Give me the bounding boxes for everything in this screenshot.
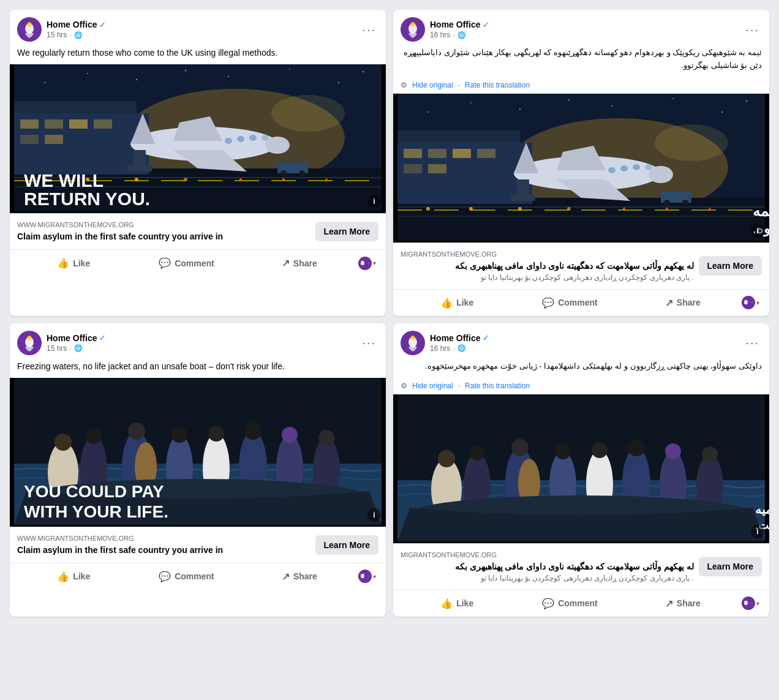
- svg-rect-63: [428, 149, 446, 158]
- like-button[interactable]: 👍 Like: [17, 252, 130, 274]
- svg-point-33: [239, 178, 242, 181]
- svg-point-143: [665, 443, 681, 459]
- svg-point-55: [655, 124, 728, 161]
- chevron-down-icon[interactable]: ▾: [756, 600, 759, 607]
- learn-more-button[interactable]: Learn More: [315, 535, 378, 555]
- author-row: Home Office ✓: [47, 20, 359, 29]
- svg-point-74: [620, 165, 628, 171]
- hide-original-link[interactable]: Hide original: [412, 382, 453, 390]
- post-header: Home Office ✓15 hrs · 🌐···: [10, 10, 386, 47]
- post-meta: Home Office ✓15 hrs · 🌐: [47, 20, 359, 39]
- gear-icon[interactable]: ⚙: [401, 81, 407, 89]
- post-meta: Home Office ✓15 hrs · 🌐: [47, 333, 359, 353]
- rate-translation-link[interactable]: Rate this translation: [465, 81, 530, 89]
- comment-button[interactable]: 💬 Comment: [513, 593, 626, 614]
- like-icon: 👍: [440, 297, 453, 309]
- info-badge[interactable]: i: [751, 224, 764, 238]
- share-button[interactable]: ↗ Share: [243, 566, 356, 587]
- comment-button[interactable]: 💬 Comment: [130, 252, 243, 274]
- share-button[interactable]: ↗ Share: [627, 593, 739, 614]
- svg-rect-67: [428, 164, 446, 173]
- post-author[interactable]: Home Office: [430, 333, 480, 343]
- svg-point-141: [628, 439, 645, 456]
- reaction-wrapper: ▾: [739, 593, 762, 614]
- reaction-avatar[interactable]: [742, 296, 755, 309]
- post-header: Home Office ✓15 hrs · 🌐···: [10, 323, 386, 360]
- svg-point-109: [128, 423, 145, 440]
- post-author[interactable]: Home Office: [430, 20, 480, 29]
- info-badge[interactable]: i: [751, 525, 764, 538]
- svg-point-39: [44, 82, 45, 83]
- svg-point-94: [672, 98, 674, 99]
- learn-more-button[interactable]: Learn More: [315, 222, 378, 241]
- info-badge[interactable]: i: [367, 195, 381, 208]
- svg-point-23: [225, 138, 232, 144]
- post-options-button[interactable]: ···: [743, 20, 762, 39]
- post-image: تۆ بوێ هه‌میه ژیانی خۆتی تێدا داینێیت. i: [393, 394, 769, 543]
- svg-point-118: [282, 427, 298, 443]
- chevron-down-icon[interactable]: ▾: [373, 260, 376, 266]
- post-author[interactable]: Home Office: [47, 333, 97, 343]
- link-preview: WWW.MIGRANTSONTHEMOVE.ORGClaim asylum in…: [10, 213, 386, 249]
- reaction-avatar[interactable]: [358, 570, 372, 583]
- verified-icon: ✓: [99, 333, 106, 342]
- share-label: Share: [293, 571, 317, 581]
- link-title: له یهکهم وڵاتی سهلامهت که دهگهیته ناوی د…: [401, 561, 694, 572]
- avatar: [401, 17, 425, 42]
- svg-point-25: [249, 135, 257, 141]
- svg-rect-15: [94, 119, 112, 129]
- post-author[interactable]: Home Office: [47, 20, 97, 29]
- like-icon: 👍: [57, 257, 69, 269]
- comment-icon: 💬: [159, 257, 171, 269]
- gear-icon[interactable]: ⚙: [401, 382, 407, 390]
- like-button[interactable]: 👍 Like: [17, 566, 130, 587]
- svg-text:WE WILL: WE WILL: [24, 170, 103, 190]
- reaction-avatar[interactable]: [742, 597, 755, 610]
- like-button[interactable]: 👍 Like: [401, 292, 513, 314]
- chevron-down-icon[interactable]: ▾: [756, 299, 759, 306]
- hide-original-link[interactable]: Hide original: [412, 81, 453, 89]
- learn-more-button[interactable]: Learn More: [699, 557, 762, 576]
- like-label: Like: [456, 598, 473, 608]
- post-options-button[interactable]: ···: [743, 333, 762, 352]
- svg-point-132: [469, 445, 485, 461]
- globe-icon: 🌐: [74, 31, 83, 39]
- comment-button[interactable]: 💬 Comment: [513, 292, 626, 314]
- share-button[interactable]: ↗ Share: [627, 292, 739, 314]
- post-image: YOU COULD PAY WITH YOUR LIFE. i: [10, 378, 386, 527]
- svg-point-116: [244, 423, 262, 440]
- svg-point-130: [438, 450, 455, 467]
- chevron-down-icon[interactable]: ▾: [373, 573, 376, 580]
- svg-rect-17: [45, 135, 63, 144]
- info-badge[interactable]: i: [367, 508, 381, 522]
- comment-button[interactable]: 💬 Comment: [130, 566, 243, 587]
- post-meta: Home Office ✓16 hrs · 🌐: [430, 333, 743, 353]
- post-actions: 👍 Like💬 Comment↗ Share▾: [10, 249, 386, 276]
- reaction-wrapper: ▾: [739, 292, 762, 314]
- post-text: Freezing waters, no life jacket and an u…: [10, 360, 386, 378]
- post-options-button[interactable]: ···: [359, 333, 378, 352]
- post-card: Home Office ✓16 hrs · 🌐···داوێکی سهوڵاو،…: [393, 323, 769, 617]
- svg-text:WITH YOUR LIFE.: WITH YOUR LIFE.: [24, 502, 168, 521]
- post-actions: 👍 Like💬 Comment↗ Share▾: [10, 563, 386, 590]
- link-preview: MIGRANTSONTHEMOVE.ORGله یهکهم وڵاتی سهلا…: [393, 243, 769, 289]
- svg-point-26: [262, 135, 269, 141]
- comment-label: Comment: [558, 598, 598, 608]
- svg-point-43: [228, 76, 229, 77]
- share-button[interactable]: ↗ Share: [243, 252, 356, 274]
- post-text: ئیمه به شێوهیهکی ریکوپێک و بهردهوام دهو …: [393, 47, 769, 77]
- rate-translation-link[interactable]: Rate this translation: [465, 382, 530, 390]
- learn-more-button[interactable]: Learn More: [699, 256, 762, 276]
- link-preview: MIGRANTSONTHEMOVE.ORGله یهکهم وڵاتی سهلا…: [393, 543, 769, 590]
- svg-rect-13: [45, 119, 63, 129]
- svg-point-76: [645, 164, 652, 170]
- like-button[interactable]: 👍 Like: [401, 593, 513, 614]
- share-icon: ↗: [282, 571, 290, 582]
- reaction-avatar[interactable]: [358, 257, 372, 270]
- comment-label: Comment: [175, 571, 214, 581]
- link-description: . یاری دهرباری کوچکردن ڕادیاری دهربارهی …: [401, 574, 694, 582]
- post-options-button[interactable]: ···: [359, 20, 378, 39]
- like-label: Like: [73, 258, 90, 268]
- svg-point-40: [87, 73, 88, 74]
- comment-icon: 💬: [542, 297, 554, 309]
